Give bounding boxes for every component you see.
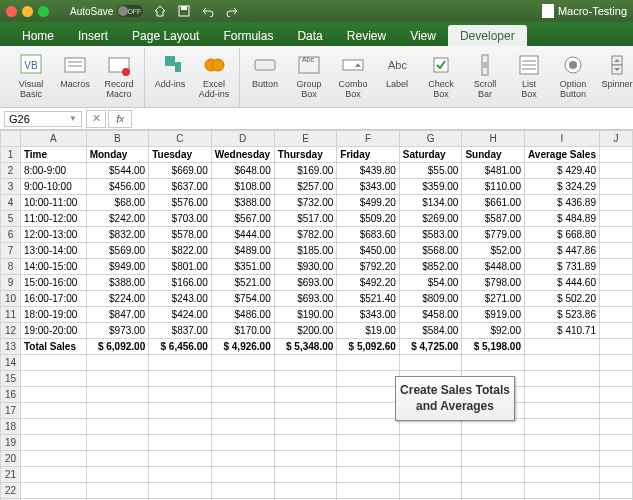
value-cell[interactable]: $822.00: [149, 243, 212, 259]
value-cell[interactable]: $110.00: [462, 179, 525, 195]
fx-button[interactable]: fx: [108, 110, 132, 128]
value-cell[interactable]: $108.00: [211, 179, 274, 195]
row-header[interactable]: 6: [1, 227, 21, 243]
column-heading[interactable]: Thursday: [274, 147, 337, 163]
value-cell[interactable]: $669.00: [149, 163, 212, 179]
value-cell[interactable]: $569.00: [86, 243, 149, 259]
value-cell[interactable]: $489.00: [211, 243, 274, 259]
cell[interactable]: [149, 371, 212, 387]
label-ctrl-button[interactable]: AbcLabel: [376, 50, 418, 92]
row-header[interactable]: 13: [1, 339, 21, 355]
row-header[interactable]: 11: [1, 307, 21, 323]
total-cell[interactable]: $ 5,198.00: [462, 339, 525, 355]
value-cell[interactable]: $792.20: [337, 259, 400, 275]
cell[interactable]: [599, 243, 632, 259]
cell[interactable]: [149, 435, 212, 451]
cell[interactable]: [462, 483, 525, 499]
value-cell[interactable]: $852.00: [399, 259, 462, 275]
record-macro-button[interactable]: RecordMacro: [98, 50, 140, 102]
value-cell[interactable]: $576.00: [149, 195, 212, 211]
time-cell[interactable]: 18:00-19:00: [20, 307, 86, 323]
cell[interactable]: [599, 179, 632, 195]
col-header[interactable]: E: [274, 131, 337, 147]
row-header[interactable]: 8: [1, 259, 21, 275]
row-header[interactable]: 9: [1, 275, 21, 291]
cell[interactable]: [599, 211, 632, 227]
value-cell[interactable]: $439.80: [337, 163, 400, 179]
value-cell[interactable]: $450.00: [337, 243, 400, 259]
value-cell[interactable]: $190.00: [274, 307, 337, 323]
cell[interactable]: [599, 227, 632, 243]
value-cell[interactable]: $481.00: [462, 163, 525, 179]
value-cell[interactable]: $637.00: [149, 179, 212, 195]
name-box[interactable]: G26 ▼: [4, 111, 82, 127]
cell[interactable]: [86, 419, 149, 435]
cell[interactable]: [211, 467, 274, 483]
value-cell[interactable]: $693.00: [274, 275, 337, 291]
value-cell[interactable]: $68.00: [86, 195, 149, 211]
value-cell[interactable]: $583.00: [399, 227, 462, 243]
tab-page-layout[interactable]: Page Layout: [120, 25, 211, 46]
close-icon[interactable]: [6, 6, 17, 17]
cell[interactable]: [462, 435, 525, 451]
value-cell[interactable]: $54.00: [399, 275, 462, 291]
undo-icon[interactable]: [201, 4, 215, 18]
cell[interactable]: [274, 467, 337, 483]
value-cell[interactable]: $587.00: [462, 211, 525, 227]
cell[interactable]: [462, 355, 525, 371]
cancel-icon[interactable]: ✕: [86, 110, 106, 128]
row-header[interactable]: 2: [1, 163, 21, 179]
cell[interactable]: [524, 339, 599, 355]
cell[interactable]: [599, 467, 632, 483]
cell[interactable]: [274, 435, 337, 451]
row-header[interactable]: 14: [1, 355, 21, 371]
value-cell[interactable]: $169.00: [274, 163, 337, 179]
cell[interactable]: [211, 451, 274, 467]
column-heading[interactable]: Time: [20, 147, 86, 163]
totals-label[interactable]: Total Sales: [20, 339, 86, 355]
avg-cell[interactable]: $ 502.20: [524, 291, 599, 307]
cell[interactable]: [337, 419, 400, 435]
value-cell[interactable]: $343.00: [337, 307, 400, 323]
value-cell[interactable]: $359.00: [399, 179, 462, 195]
value-cell[interactable]: $517.00: [274, 211, 337, 227]
column-heading[interactable]: Saturday: [399, 147, 462, 163]
cell[interactable]: [599, 371, 632, 387]
cell[interactable]: [274, 371, 337, 387]
cell[interactable]: [86, 371, 149, 387]
column-heading[interactable]: Average Sales: [524, 147, 599, 163]
col-header[interactable]: J: [599, 131, 632, 147]
avg-cell[interactable]: $ 523.86: [524, 307, 599, 323]
cell[interactable]: [337, 387, 400, 403]
value-cell[interactable]: $509.20: [337, 211, 400, 227]
cell[interactable]: [599, 195, 632, 211]
cell[interactable]: [211, 355, 274, 371]
row-header[interactable]: 20: [1, 451, 21, 467]
combo-box-button[interactable]: ComboBox: [332, 50, 374, 102]
create-sales-totals-button[interactable]: Create Sales Totals and Averages: [395, 376, 515, 421]
column-heading[interactable]: Tuesday: [149, 147, 212, 163]
time-cell[interactable]: 12:00-13:00: [20, 227, 86, 243]
cell[interactable]: [399, 435, 462, 451]
time-cell[interactable]: 11:00-12:00: [20, 211, 86, 227]
value-cell[interactable]: $456.00: [86, 179, 149, 195]
col-header[interactable]: D: [211, 131, 274, 147]
value-cell[interactable]: $271.00: [462, 291, 525, 307]
value-cell[interactable]: $648.00: [211, 163, 274, 179]
value-cell[interactable]: $269.00: [399, 211, 462, 227]
col-header[interactable]: C: [149, 131, 212, 147]
value-cell[interactable]: $782.00: [274, 227, 337, 243]
cell[interactable]: [524, 355, 599, 371]
cell[interactable]: [599, 403, 632, 419]
value-cell[interactable]: $448.00: [462, 259, 525, 275]
col-header[interactable]: H: [462, 131, 525, 147]
time-cell[interactable]: 16:00-17:00: [20, 291, 86, 307]
cell[interactable]: [211, 483, 274, 499]
tab-data[interactable]: Data: [285, 25, 334, 46]
value-cell[interactable]: $837.00: [149, 323, 212, 339]
row-header[interactable]: 16: [1, 387, 21, 403]
cell[interactable]: [599, 419, 632, 435]
cell[interactable]: [20, 419, 86, 435]
value-cell[interactable]: $578.00: [149, 227, 212, 243]
total-cell[interactable]: $ 4,725.00: [399, 339, 462, 355]
